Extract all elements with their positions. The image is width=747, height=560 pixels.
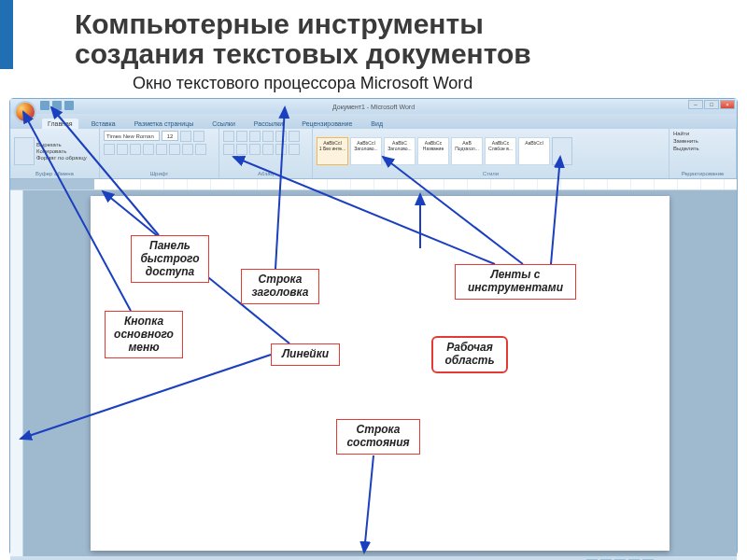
ribbon-group-clipboard: Вырезать Копировать Формат по образцу Бу…	[10, 129, 100, 178]
group-label-editing: Редактирование	[673, 171, 732, 176]
slide-subtitle: Окно текстового процессора Microsoft Wor…	[133, 74, 472, 93]
select-button[interactable]: Выделить	[673, 146, 699, 151]
ribbon-group-styles: AaBbCcI1 Без инте... AaBbCcIЗаголово... …	[313, 129, 669, 178]
slide-title: Компьютерные инструменты создания тексто…	[75, 9, 531, 68]
cut-button[interactable]: Вырезать	[36, 142, 87, 147]
style-chip-6[interactable]: AaBbCcI	[518, 137, 550, 165]
callout-rulers: Линейки	[271, 343, 340, 366]
underline-icon[interactable]	[130, 144, 141, 155]
group-label-styles: Стили	[317, 171, 665, 176]
superscript-icon[interactable]	[169, 144, 180, 155]
shading-icon[interactable]	[289, 144, 300, 155]
sort-icon[interactable]	[289, 131, 300, 142]
window-title: Документ1 - Microsoft Word	[332, 104, 415, 110]
ribbon-group-paragraph: Абзац	[219, 129, 313, 178]
tab-layout[interactable]: Разметка страницы	[129, 119, 200, 129]
paste-button[interactable]	[14, 137, 35, 165]
callout-workarea: Рабочая область	[431, 336, 508, 373]
document-area	[10, 190, 737, 556]
ruler-horizontal[interactable]	[10, 179, 737, 190]
shrink-font-icon[interactable]	[193, 131, 204, 142]
outdent-icon[interactable]	[262, 131, 274, 142]
qat-redo-icon[interactable]	[64, 101, 74, 110]
style-chip-2[interactable]: AaBbCЗаголово...	[384, 137, 416, 165]
callout-titlebar: Строка заголовка	[241, 269, 319, 304]
callout-office: Кнопка основного меню	[105, 311, 183, 358]
find-button[interactable]: Найти	[673, 131, 689, 136]
change-styles-button[interactable]	[552, 137, 572, 165]
text-highlight-icon[interactable]	[182, 144, 193, 155]
ribbon-tabs: Главная Вставка Разметка страницы Ссылки…	[10, 114, 737, 129]
ruler-vertical[interactable]	[10, 190, 23, 556]
replace-button[interactable]: Заменить	[673, 138, 698, 144]
status-bar: Страница: 1 из 1 Число слов: 0 Русский (…	[10, 556, 737, 560]
style-chip-3[interactable]: AaBbCcНазвание	[417, 137, 449, 165]
ribbon-group-editing: Найти Заменить Выделить Редактирование	[669, 129, 737, 178]
qat-undo-icon[interactable]	[52, 101, 62, 110]
strike-icon[interactable]	[143, 144, 154, 155]
quick-access-toolbar[interactable]	[40, 101, 74, 110]
window-buttons: – □ ×	[688, 100, 735, 109]
accent-bar	[0, 0, 13, 69]
font-size-select[interactable]: 12	[162, 131, 178, 141]
style-chip-5[interactable]: AaBbCcСлабое в...	[485, 137, 516, 165]
style-chip-4[interactable]: AaBПодзагол...	[451, 137, 483, 165]
tab-review[interactable]: Рецензирование	[296, 119, 358, 129]
group-label-font: Шрифт	[104, 171, 215, 176]
group-label-paragraph: Абзац	[223, 171, 308, 176]
copy-button[interactable]: Копировать	[36, 148, 87, 154]
title-line2: создания текстовых документов	[75, 38, 531, 69]
align-left-icon[interactable]	[223, 144, 234, 155]
grow-font-icon[interactable]	[180, 131, 191, 142]
bullets-icon[interactable]	[223, 131, 234, 142]
ribbon-group-font: Times New Roman 12 Шрифт	[100, 129, 219, 178]
tab-view[interactable]: Вид	[365, 119, 388, 129]
align-right-icon[interactable]	[249, 144, 261, 155]
justify-icon[interactable]	[262, 144, 274, 155]
close-button[interactable]: ×	[720, 100, 735, 109]
multilevel-icon[interactable]	[249, 131, 261, 142]
maximize-button[interactable]: □	[704, 100, 719, 109]
office-button[interactable]	[14, 101, 36, 123]
callout-qat: Панель быстрого доступа	[131, 235, 209, 283]
line-spacing-icon[interactable]	[275, 144, 287, 155]
bold-icon[interactable]	[104, 144, 115, 155]
font-color-icon[interactable]	[195, 144, 206, 155]
callout-ribbons: Ленты с инструментами	[455, 264, 576, 300]
indent-icon[interactable]	[275, 131, 287, 142]
subscript-icon[interactable]	[156, 144, 167, 155]
tab-mailings[interactable]: Рассылки	[248, 119, 289, 129]
tab-insert[interactable]: Вставка	[86, 119, 121, 129]
numbering-icon[interactable]	[236, 131, 247, 142]
callout-statusbar: Строка состояния	[336, 419, 420, 455]
align-center-icon[interactable]	[236, 144, 247, 155]
tab-references[interactable]: Ссылки	[206, 119, 241, 129]
style-chip-0[interactable]: AaBbCcI1 Без инте...	[317, 137, 348, 165]
title-line1: Компьютерные инструменты	[75, 8, 484, 39]
format-painter-button[interactable]: Формат по образцу	[36, 155, 87, 161]
titlebar: Документ1 - Microsoft Word – □ ×	[10, 99, 737, 114]
qat-save-icon[interactable]	[40, 101, 49, 110]
group-label-clipboard: Буфер обмена	[14, 171, 95, 176]
font-name-select[interactable]: Times New Roman	[104, 131, 160, 141]
style-chip-1[interactable]: AaBbCcIЗаголово...	[350, 137, 382, 165]
italic-icon[interactable]	[117, 144, 128, 155]
minimize-button[interactable]: –	[688, 100, 703, 109]
ribbon: Вырезать Копировать Формат по образцу Бу…	[10, 129, 737, 179]
tab-home[interactable]: Главная	[42, 119, 78, 129]
